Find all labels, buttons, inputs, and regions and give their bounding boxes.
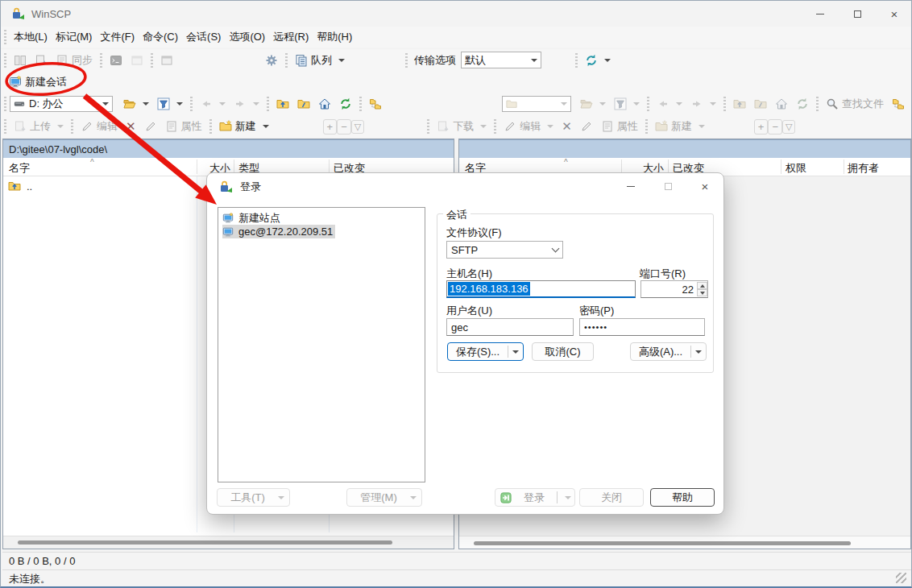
- host-input[interactable]: 192.168.183.136: [446, 280, 636, 298]
- site-item-saved[interactable]: gec@172.20.209.51: [220, 225, 423, 238]
- remote-properties-button[interactable]: 属性: [597, 117, 642, 136]
- menu-session[interactable]: 会话(S): [182, 27, 225, 47]
- main-toolbar: 同步 队列 传输选项 默认: [1, 49, 912, 71]
- drive-combobox[interactable]: D: 办公: [10, 96, 113, 112]
- remote-rename-icon[interactable]: [576, 118, 597, 135]
- back-button[interactable]: [196, 95, 230, 113]
- dialog-minimize-button[interactable]: [612, 174, 649, 200]
- port-spin-down[interactable]: [697, 289, 707, 296]
- remote-select-all-button[interactable]: ▽: [782, 120, 795, 134]
- menu-file[interactable]: 文件(F): [96, 27, 139, 47]
- column-header-permissions[interactable]: 权限: [786, 161, 806, 176]
- scrollbar-thumb[interactable]: [18, 540, 392, 545]
- dialog-maximize-button[interactable]: [649, 174, 686, 200]
- site-item-new[interactable]: 新建站点: [220, 211, 423, 225]
- rename-icon[interactable]: [140, 118, 161, 135]
- remote-refresh-button[interactable]: [792, 95, 813, 113]
- cancel-button[interactable]: 取消(C): [532, 342, 594, 361]
- synchronize-browsing-button[interactable]: [888, 95, 909, 113]
- remote-open-directory-button[interactable]: [576, 95, 610, 113]
- remote-edit-button[interactable]: 编辑: [500, 117, 558, 136]
- tree-view-button[interactable]: [365, 95, 386, 113]
- explorer-button[interactable]: [156, 52, 177, 69]
- manage-button[interactable]: 管理(M): [346, 488, 422, 507]
- home-directory-button[interactable]: [314, 95, 335, 113]
- menu-command[interactable]: 命令(C): [139, 27, 182, 47]
- transfer-options-combobox[interactable]: 默认: [461, 52, 541, 68]
- compare-dirs-button[interactable]: [31, 52, 52, 69]
- minimize-button[interactable]: [802, 2, 839, 26]
- filter-button[interactable]: [153, 95, 187, 113]
- toolbar-grip: [151, 53, 153, 68]
- remote-horizontal-scrollbar[interactable]: [459, 536, 910, 549]
- select-add-button[interactable]: +: [323, 119, 338, 135]
- menu-options[interactable]: 选项(O): [225, 27, 269, 47]
- port-spin-up[interactable]: [697, 282, 707, 289]
- column-header-name[interactable]: 名字: [9, 161, 30, 176]
- column-header-owner[interactable]: 拥有者: [848, 161, 879, 176]
- resize-grip[interactable]: [896, 573, 906, 583]
- remote-back-button[interactable]: [653, 95, 686, 113]
- delete-icon[interactable]: ✕: [122, 117, 140, 136]
- help-button[interactable]: 帮助: [650, 488, 715, 507]
- session-group-label: 会话: [443, 208, 471, 222]
- open-directory-button[interactable]: [119, 95, 153, 113]
- console-button[interactable]: [106, 52, 126, 69]
- remote-new-button[interactable]: 新建: [651, 117, 709, 136]
- remote-parent-directory-button[interactable]: [729, 95, 750, 113]
- advanced-split-button[interactable]: 高级(A)...: [630, 342, 707, 361]
- menu-remote[interactable]: 远程(R): [269, 27, 313, 47]
- forward-button[interactable]: [230, 95, 263, 113]
- synchronize-button[interactable]: 同步: [52, 51, 97, 70]
- remote-select-add-button[interactable]: +: [754, 119, 769, 135]
- port-input[interactable]: 22: [640, 280, 708, 298]
- save-split-button[interactable]: 保存(S)...: [447, 342, 524, 361]
- tools-button[interactable]: 工具(T): [217, 488, 290, 507]
- parent-directory-button[interactable]: [272, 95, 293, 113]
- scrollbar-thumb[interactable]: [474, 541, 851, 545]
- queue-button[interactable]: 队列: [291, 51, 349, 70]
- properties-button[interactable]: 属性: [161, 117, 206, 136]
- password-input[interactable]: ••••••: [579, 318, 705, 336]
- close-session-button[interactable]: 关闭: [579, 488, 644, 507]
- menu-mark[interactable]: 标记(M): [52, 27, 97, 47]
- local-path-bar[interactable]: D:\gitee\07-lvgl\code\: [3, 139, 454, 158]
- swap-panels-button[interactable]: [10, 52, 31, 69]
- root-directory-button[interactable]: [293, 95, 314, 113]
- login-dropdown[interactable]: [562, 496, 574, 499]
- select-remove-button[interactable]: −: [337, 119, 351, 135]
- toolbar-grip: [645, 119, 648, 134]
- protocol-combobox[interactable]: SFTP: [446, 241, 563, 259]
- putty-button[interactable]: [126, 52, 147, 69]
- select-all-button[interactable]: ▽: [351, 120, 364, 134]
- remote-select-remove-button[interactable]: −: [768, 119, 782, 135]
- toolbar-grip: [494, 119, 496, 134]
- maximize-button[interactable]: [839, 2, 876, 26]
- new-session-button[interactable]: 新建会话: [5, 72, 71, 92]
- remote-forward-button[interactable]: [686, 95, 720, 113]
- edit-button[interactable]: 编辑: [77, 117, 122, 136]
- transfer-settings-button[interactable]: [581, 52, 615, 69]
- upload-button[interactable]: 上传: [10, 117, 68, 136]
- remote-path-bar[interactable]: [459, 139, 910, 158]
- menu-help[interactable]: 帮助(H): [313, 27, 356, 47]
- remote-filter-button[interactable]: [610, 95, 644, 113]
- advanced-dropdown[interactable]: [691, 350, 706, 354]
- new-button[interactable]: 新建: [215, 117, 273, 136]
- toolbar-grip: [647, 97, 649, 111]
- remote-delete-icon[interactable]: ✕: [558, 117, 576, 136]
- menu-local[interactable]: 本地(L): [10, 27, 52, 47]
- refresh-button[interactable]: [335, 95, 356, 113]
- close-button[interactable]: ×: [876, 2, 912, 26]
- save-dropdown[interactable]: [508, 350, 523, 354]
- preferences-button[interactable]: [261, 52, 282, 69]
- dialog-close-button[interactable]: ×: [686, 174, 723, 200]
- login-split-button[interactable]: 登录: [495, 488, 575, 507]
- download-button[interactable]: 下载: [433, 117, 491, 136]
- remote-home-directory-button[interactable]: [771, 95, 792, 113]
- local-horizontal-scrollbar[interactable]: [3, 536, 454, 549]
- remote-root-directory-button[interactable]: [750, 95, 771, 113]
- find-files-button[interactable]: 查找文件: [822, 94, 888, 114]
- remote-directory-combobox[interactable]: [502, 96, 571, 112]
- username-input[interactable]: gec: [446, 318, 574, 336]
